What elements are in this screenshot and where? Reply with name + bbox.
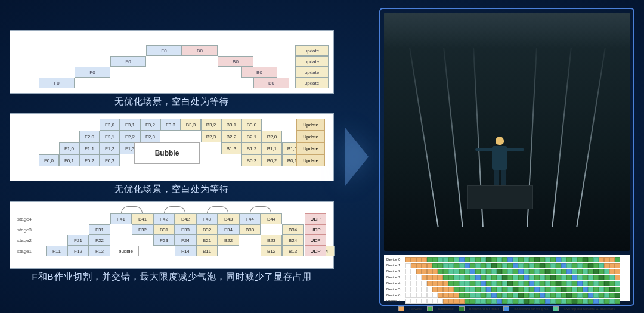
device-label: Device 1 xyxy=(386,264,405,267)
p3-cell: B43 xyxy=(218,213,239,224)
timeline-row: Device 1 xyxy=(386,263,627,268)
p2-backward-cell: B3,0 xyxy=(242,119,262,131)
device-label: Device 0 xyxy=(386,258,405,261)
p1-cell: B0 xyxy=(242,67,277,78)
arrow-connector-icon xyxy=(345,127,369,187)
panel-interleaved: stage4stage3stage2stage1F41B41F42B42F43B… xyxy=(10,201,334,283)
p2-backward-cell: B2,0 xyxy=(262,131,282,142)
p3-cell: F24 xyxy=(175,235,196,246)
device-label: Device 7 xyxy=(386,299,405,303)
timeline-legend: ForwardBackwardBackward for inputBackwar… xyxy=(386,305,627,312)
timeline-row: Device 3 xyxy=(386,275,627,280)
update-cell: Update xyxy=(296,154,325,166)
legend-label: Backward xyxy=(438,307,453,311)
p3-cell: F12 xyxy=(67,246,89,256)
p3-cell: B21 xyxy=(196,235,218,246)
p2-backward-cell: B3,2 xyxy=(201,119,221,131)
p1-cell: B0 xyxy=(182,45,218,56)
p3-cell: F31 xyxy=(89,224,110,235)
p3-cell: B22 xyxy=(218,235,239,246)
dependency-arrow-icon xyxy=(164,206,185,213)
p2-forward-cell: F1,1 xyxy=(79,142,100,154)
p3-cell: B34 xyxy=(282,224,304,235)
device-label: Device 6 xyxy=(386,293,405,297)
p2-forward-cell: F0,1 xyxy=(59,154,79,166)
p2-forward-cell: F2,1 xyxy=(100,131,120,142)
timeline-chart: Device 0Device 1Device 2Device 3Device 4… xyxy=(384,255,630,301)
p1-cell: B0 xyxy=(253,78,289,88)
legend-swatch xyxy=(503,306,509,311)
p2-backward-cell: B0,2 xyxy=(262,154,282,166)
p3-cell: F22 xyxy=(89,235,110,246)
p2-backward-cell: B1,3 xyxy=(221,142,242,154)
caption-2: 无优化场景，空白处为等待 xyxy=(10,184,334,195)
p2-forward-cell: F2,0 xyxy=(79,131,100,142)
timeline-row: Device 5 xyxy=(386,287,627,292)
p3-cell: F11 xyxy=(46,246,67,256)
p2-backward-cell: B1,1 xyxy=(262,142,282,154)
p2-forward-cell: F3,2 xyxy=(140,119,160,131)
p3-cell: B41 xyxy=(132,213,153,224)
p1-cell: update xyxy=(295,78,329,88)
panel-bubble: F3,0F3,1F3,2F3,3B3,3B3,2B3,1B3,0F2,0F2,1… xyxy=(10,113,334,195)
p3-cell: B32 xyxy=(196,224,218,235)
p3-cell: B42 xyxy=(175,213,196,224)
factory-photo xyxy=(384,13,630,251)
naive-grid: F0F0F0F0B0B0B0B0updateupdateupdateupdate xyxy=(15,35,329,89)
timeline-row: Device 2 xyxy=(386,269,627,274)
p3-cell: B24 xyxy=(282,235,304,246)
timeline-row: Device 0 xyxy=(386,257,627,262)
p1-cell: update xyxy=(295,67,329,78)
p2-forward-cell: F1,0 xyxy=(59,142,79,154)
timeline-row: Device 6 xyxy=(386,293,627,298)
p3-cell: F23 xyxy=(153,235,175,246)
p2-forward-cell: F2,2 xyxy=(120,131,140,142)
p3-cell: F41 xyxy=(110,213,132,224)
interleaved-grid: stage4stage3stage2stage1F41B41F42B42F43B… xyxy=(15,205,329,265)
device-label: Device 2 xyxy=(386,269,405,273)
p3-cell: F34 xyxy=(218,224,239,235)
update-cell: Update xyxy=(296,119,325,131)
p2-forward-cell: F3,0 xyxy=(100,119,120,131)
p1-cell: update xyxy=(295,56,329,67)
timeline-row: Device 7 xyxy=(386,299,627,304)
timeline-row: Device 4 xyxy=(386,281,627,286)
stage-label: stage3 xyxy=(17,224,39,235)
legend-swatch xyxy=(398,306,404,311)
p2-backward-cell: B3,3 xyxy=(181,119,201,131)
p3-cell: F33 xyxy=(175,224,196,235)
p2-forward-cell: F0,3 xyxy=(100,154,120,166)
p3-cell: B44 xyxy=(261,213,282,224)
udp-cell: UDP xyxy=(305,246,326,256)
p3-cell: B33 xyxy=(239,224,261,235)
right-column: Device 0Device 1Device 2Device 3Device 4… xyxy=(379,8,634,306)
legend-label: Overlapped forward & Backward xyxy=(564,307,615,311)
bubble-grid: F3,0F3,1F3,2F3,3B3,3B3,2B3,1B3,0F2,0F2,1… xyxy=(15,117,329,177)
p2-forward-cell: F0,0 xyxy=(39,154,59,166)
p1-cell: F0 xyxy=(39,78,75,88)
p2-backward-cell: B1,2 xyxy=(242,142,262,154)
p2-backward-cell: B2,3 xyxy=(201,131,221,142)
stage-label: stage2 xyxy=(17,235,39,246)
p1-cell: F0 xyxy=(75,67,110,78)
update-cell: Update xyxy=(296,131,325,142)
dependency-arrow-icon xyxy=(207,206,228,213)
legend-swatch xyxy=(427,306,433,311)
p3-cell: B23 xyxy=(261,235,282,246)
p3-cell: F13 xyxy=(89,246,110,256)
dependency-arrow-icon xyxy=(121,206,143,213)
p3-cell: F14 xyxy=(175,246,196,256)
legend-swatch xyxy=(459,306,465,311)
p2-forward-cell: F1,2 xyxy=(100,142,120,154)
p1-cell: F0 xyxy=(110,56,146,67)
bubble-small: bubble xyxy=(113,246,139,256)
p3-cell: B12 xyxy=(261,246,282,256)
device-label: Device 3 xyxy=(386,275,405,279)
stage-label: stage4 xyxy=(17,213,39,224)
caption-3: F和B作业切割，并交错，最大限度减少气泡，同时减少了显存占用 xyxy=(10,271,334,283)
p2-backward-cell: B2,1 xyxy=(242,131,262,142)
p3-cell: B31 xyxy=(153,224,175,235)
p2-forward-cell: F3,1 xyxy=(120,119,140,131)
dependency-arrow-icon xyxy=(250,206,271,213)
p3-cell: F43 xyxy=(196,213,218,224)
